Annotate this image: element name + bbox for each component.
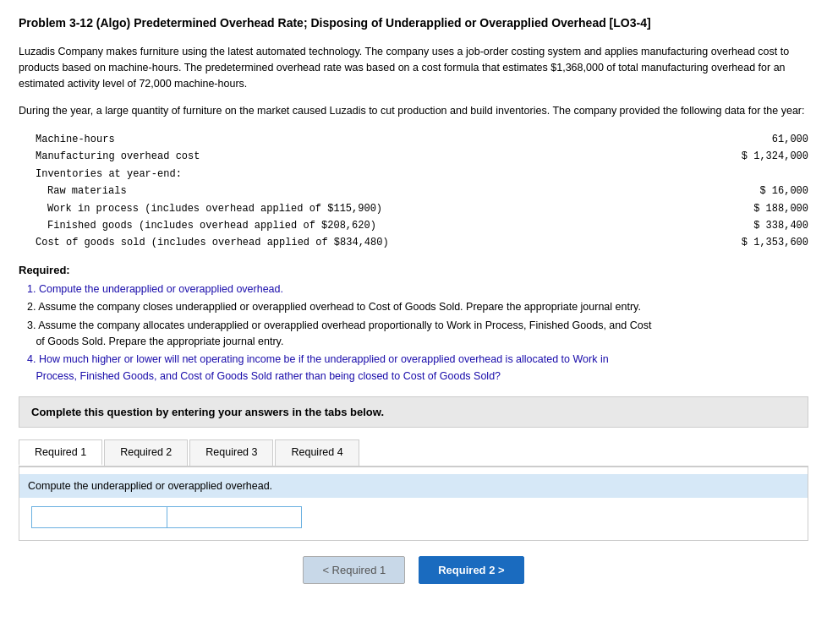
data-row-machine-hours: Machine-hours 61,000: [36, 131, 808, 148]
tab-content: Compute the underapplied or overapplied …: [19, 467, 808, 541]
data-row-finished-goods: Finished goods (includes overhead applie…: [36, 217, 808, 234]
intro-paragraph-1: Luzadis Company makes furniture using th…: [19, 44, 808, 93]
data-row-mfg-overhead: Manufacturing overhead cost $ 1,324,000: [36, 148, 808, 165]
req-1: 1. Compute the underapplied or overappli…: [27, 281, 808, 297]
prev-arrow-icon: <: [322, 564, 329, 576]
data-row-raw-materials: Raw materials $ 16,000: [36, 183, 808, 199]
tab-instruction: Compute the underapplied or overapplied …: [19, 474, 808, 498]
tab-required-3[interactable]: Required 3: [189, 439, 273, 466]
next-button-label: Required 2: [438, 564, 498, 576]
input-field-1[interactable]: [31, 506, 167, 528]
tab-required-4[interactable]: Required 4: [275, 439, 359, 466]
page-title: Problem 3-12 (Algo) Predetermined Overhe…: [19, 15, 808, 32]
required-section: Required: 1. Compute the underapplied or…: [19, 264, 808, 385]
data-row-wip: Work in process (includes overhead appli…: [36, 200, 808, 217]
tab-required-1[interactable]: Required 1: [19, 439, 102, 466]
req-2: 2. Assume the company closes underapplie…: [27, 299, 808, 315]
next-button[interactable]: Required 2 >: [419, 556, 523, 584]
data-row-inventories-header: Inventories at year-end:: [36, 166, 808, 183]
required-label: Required:: [19, 264, 808, 276]
tab-required-2[interactable]: Required 2: [104, 439, 188, 466]
input-field-2[interactable]: [167, 506, 302, 528]
complete-box: Complete this question by entering your …: [19, 396, 808, 428]
data-row-cogs: Cost of goods sold (includes overhead ap…: [36, 234, 808, 251]
data-table: Machine-hours 61,000 Manufacturing overh…: [36, 131, 808, 252]
input-row: [31, 506, 796, 528]
requirements-list: 1. Compute the underapplied or overappli…: [27, 281, 808, 385]
next-arrow-icon: >: [498, 564, 505, 576]
req-4: 4. How much higher or lower will net ope…: [27, 352, 808, 385]
tabs-row: Required 1 Required 2 Required 3 Require…: [19, 439, 808, 467]
intro-paragraph-2: During the year, a large quantity of fur…: [19, 103, 808, 119]
prev-button[interactable]: < Required 1: [303, 556, 405, 584]
req-3: 3. Assume the company allocates underapp…: [27, 318, 808, 351]
prev-button-label: Required 1: [332, 564, 386, 576]
nav-buttons: < Required 1 Required 2 >: [19, 556, 808, 584]
